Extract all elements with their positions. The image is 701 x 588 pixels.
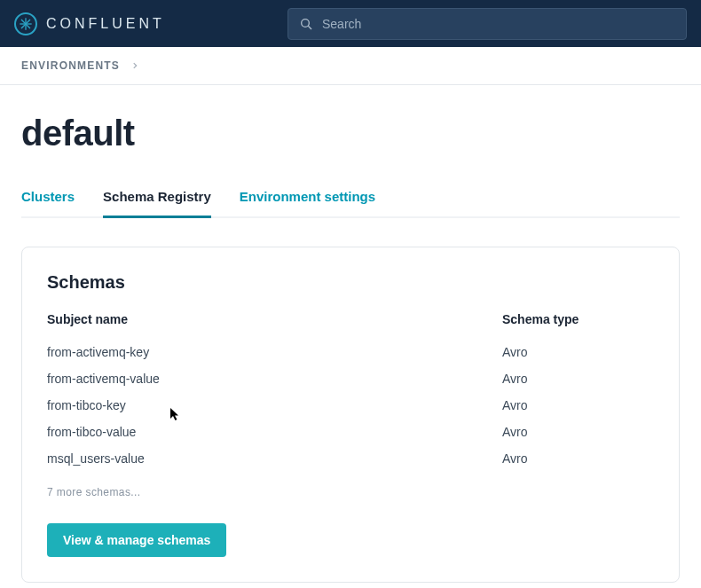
schema-type: Avro — [502, 345, 654, 359]
breadcrumb-environments[interactable]: ENVIRONMENTS — [21, 59, 120, 72]
column-name-header: Subject name — [47, 312, 442, 326]
schema-type: Avro — [502, 451, 654, 466]
schema-name: from-activemq-key — [47, 345, 442, 359]
table-row[interactable]: from-tibco-key Avro — [47, 392, 654, 419]
chevron-right-icon — [130, 61, 139, 70]
more-schemas-text[interactable]: 7 more schemas... — [47, 486, 654, 498]
search-wrap — [287, 8, 687, 40]
column-type-header: Schema type — [502, 312, 654, 326]
schemas-card: Schemas Subject name Schema type from-ac… — [21, 247, 680, 583]
page-title: default — [21, 114, 680, 153]
svg-point-4 — [302, 19, 310, 27]
breadcrumb: ENVIRONMENTS — [0, 47, 701, 85]
search-icon — [299, 17, 313, 31]
logo-mark-icon — [14, 12, 37, 35]
search-box[interactable] — [287, 8, 687, 40]
search-input[interactable] — [322, 17, 675, 31]
table-row[interactable]: from-activemq-key Avro — [47, 339, 654, 365]
tab-environment-settings[interactable]: Environment settings — [240, 185, 375, 216]
table-row[interactable]: from-tibco-value Avro — [47, 419, 654, 445]
tabs: Clusters Schema Registry Environment set… — [21, 185, 680, 218]
tab-schema-registry[interactable]: Schema Registry — [103, 185, 211, 216]
schema-type: Avro — [502, 398, 654, 412]
schema-name: from-tibco-value — [47, 425, 442, 439]
logo[interactable]: CONFLUENT — [14, 12, 165, 35]
schema-type: Avro — [502, 425, 654, 439]
logo-text: CONFLUENT — [46, 16, 165, 32]
schema-type: Avro — [502, 372, 654, 386]
table-header: Subject name Schema type — [47, 312, 654, 326]
schema-name: msql_users-value — [47, 451, 442, 466]
topnav: CONFLUENT — [0, 0, 701, 47]
view-manage-schemas-button[interactable]: View & manage schemas — [47, 523, 226, 557]
tab-clusters[interactable]: Clusters — [21, 185, 75, 216]
table-row[interactable]: msql_users-value Avro — [47, 445, 654, 472]
schemas-card-title: Schemas — [47, 272, 654, 293]
schemas-table: Subject name Schema type from-activemq-k… — [47, 312, 654, 472]
main: default Clusters Schema Registry Environ… — [0, 85, 701, 588]
schema-name: from-tibco-key — [47, 398, 442, 412]
svg-line-5 — [308, 26, 311, 29]
table-row[interactable]: from-activemq-value Avro — [47, 365, 654, 392]
schema-name: from-activemq-value — [47, 372, 442, 386]
